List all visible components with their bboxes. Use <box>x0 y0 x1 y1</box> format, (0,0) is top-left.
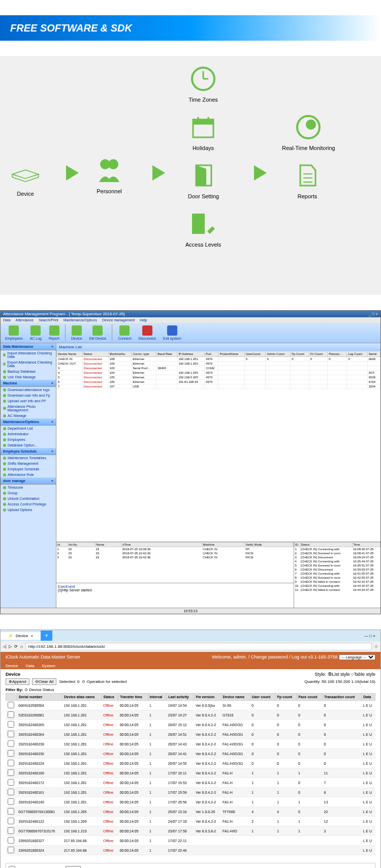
table-row[interactable]: 2[CHECK IN] Succeed in conn16:08:41 07-2… <box>295 551 380 555</box>
menu-item[interactable]: Search/Print <box>39 318 58 322</box>
sidebar-section-header[interactable]: Machine« <box>1 380 56 387</box>
nav-item[interactable]: Device <box>6 664 18 668</box>
table-row[interactable]: 3929182460140192.168.1.201Offline00:00;1… <box>6 797 375 807</box>
sidebar-item[interactable]: Administrator <box>1 431 56 437</box>
quantity-text[interactable]: Quantity :50 100 150 200 1-16(total 16) <box>304 679 375 684</box>
row-checkbox[interactable] <box>8 818 14 824</box>
table-row[interactable]: 3399201800324217.65.194.88Offline00:00;1… <box>6 846 375 855</box>
table-row[interactable]: 7[CHECK IN] Connecting with16:41:55 07-2… <box>295 572 380 576</box>
table-row[interactable]: 223232018-07-25 16:42:32CHECK INFACE <box>57 551 294 555</box>
table-row[interactable]: 4[CHECK IN] Connecting with16:35:44 07-2… <box>295 559 380 563</box>
append-button[interactable]: ⊕Append <box>6 678 29 685</box>
menu-item[interactable]: Help <box>140 318 147 322</box>
table-row[interactable]: 1[CHECK IN] Connecting with16:08:40 07-2… <box>295 547 380 552</box>
table-row[interactable]: 8[CHECK IN] Succeed in conn16:42:03 07-2… <box>295 576 380 580</box>
browser-tab[interactable]: ⚡Device× <box>1 632 41 640</box>
home-icon[interactable]: ⌂ <box>20 644 23 649</box>
toolbar-button[interactable]: Exit system <box>160 324 184 341</box>
toolbar-button[interactable]: Disconnect <box>135 324 159 341</box>
interval-input[interactable] <box>66 866 81 868</box>
table-row[interactable]: 3Disconnected103Serial Port/...38400COM2 <box>57 366 380 371</box>
row-checkbox[interactable] <box>8 721 14 728</box>
window-controls[interactable]: — □ × <box>359 634 380 638</box>
sidebar-item[interactable]: Attendance Photo Management <box>1 404 56 413</box>
menubar[interactable]: DataAttendanceSearch/PrintMaintenance/Op… <box>1 317 380 323</box>
table-row[interactable]: CHECK OUTDisconnected109Ethernet192.168.… <box>57 362 380 366</box>
table-row[interactable]: 5Disconnected105Ethernet192.168.0.205437… <box>57 375 380 380</box>
menu-item[interactable]: Data <box>3 318 11 322</box>
sidebar-item[interactable]: Group <box>1 490 56 496</box>
star-icon[interactable]: ☆ <box>374 644 378 649</box>
table-row[interactable]: 3929182460122192.168.1.209Offline00:00;1… <box>6 817 375 826</box>
menu-item[interactable]: Attendance <box>16 318 34 322</box>
nav-back-icon[interactable]: ◁ <box>3 644 6 649</box>
sidebar-item[interactable]: Department List <box>1 426 56 431</box>
row-checkbox[interactable] <box>8 731 14 737</box>
sidebar-item[interactable]: Export Attendance Checking Data <box>1 360 56 369</box>
row-checkbox[interactable] <box>8 779 14 786</box>
table-row[interactable]: 6[CHECK IN] Disconnect16:39:03 07-25 <box>295 567 380 572</box>
sidebar-section-header[interactable]: Data Maintenance« <box>1 343 56 350</box>
row-checkbox[interactable] <box>8 808 14 815</box>
sidebar-item[interactable]: Shifts Management <box>1 461 56 466</box>
device-status-filter[interactable]: ⊙ Device Status <box>24 687 54 692</box>
table-row[interactable]: 5203182260081192.168.1.201Offline00:00;1… <box>6 710 375 720</box>
sidebar-item[interactable]: Usb Disk Manage <box>1 374 56 380</box>
clearall-button[interactable]: ⊖Clear All <box>32 678 57 685</box>
window-controls[interactable]: _ □ × <box>369 312 378 316</box>
row-checkbox[interactable] <box>8 750 14 757</box>
sidebar-item[interactable]: Maintenance Timetables <box>1 455 56 461</box>
row-checkbox[interactable] <box>8 769 14 776</box>
operation-dropdown[interactable]: ⊙ Operation for selected <box>82 679 126 684</box>
row-checkbox[interactable] <box>8 837 14 844</box>
table-row[interactable]: 9[CHECK IN] failed in connect16:42:10 07… <box>295 580 380 584</box>
toolbar-button[interactable]: Connect <box>115 324 134 341</box>
sidebar-section-header[interactable]: Employee Schedule« <box>1 448 56 455</box>
sidebar-item[interactable]: Upload Options <box>1 507 56 513</box>
close-icon[interactable]: × <box>30 634 33 638</box>
table-row[interactable]: 323232018-07-25 16:42:36CHECK INFACE <box>57 555 294 559</box>
device-table[interactable]: Serial numberDevice alias nameStatusTran… <box>6 693 375 855</box>
table-row[interactable]: 6669182500504192.168.1.201Offline00:00;1… <box>6 701 375 710</box>
toolbar-button[interactable]: Report <box>46 324 62 341</box>
table-row[interactable]: 10[CHECK IN] Connecting with16:44:10 07-… <box>295 584 380 588</box>
url-input[interactable]: http://192.168.1.88:8082/iclock/data/icl… <box>25 643 372 650</box>
machine-grid[interactable]: Device NameStatusMachineNo.Comm. typeBau… <box>56 351 380 542</box>
table-row[interactable]: 3929182460189192.168.1.201Offline00:00;1… <box>6 768 375 778</box>
language-select[interactable]: --- Language --- <box>339 654 375 660</box>
toolbar-button[interactable]: Device <box>68 324 85 341</box>
row-checkbox[interactable] <box>8 740 14 747</box>
nav-item[interactable]: System <box>42 664 55 668</box>
menu-item[interactable]: Device management <box>102 318 135 322</box>
row-checkbox[interactable] <box>8 827 14 834</box>
new-tab-button[interactable]: + <box>41 631 52 641</box>
auto-refresh-control[interactable]: Auto Refresh Interval: (s) <box>6 863 375 868</box>
status-grid[interactable]: IDStatusTime1[CHECK IN] Connecting with1… <box>294 542 380 608</box>
table-row[interactable]: 3929182460224192.168.1.201Offline00:00;1… <box>6 759 375 768</box>
table-row[interactable]: 3[CHECK IN] Disconnect16:09:24 07-25 <box>295 555 380 559</box>
table-row[interactable]: CHECK INDisconnected108Ethernet192.168.1… <box>57 357 380 362</box>
table-row[interactable]: 11[CHECK IN] failed in connect16:44:24 0… <box>295 588 380 592</box>
row-checkbox[interactable] <box>8 847 14 853</box>
auto-refresh-checkbox[interactable] <box>9 866 15 868</box>
site-nav[interactable]: DeviceDataSystem <box>1 663 380 669</box>
sidebar-item[interactable]: Access Control Privilege <box>1 501 56 507</box>
table-row[interactable]: 3929182460236192.168.1.201Offline00:00;1… <box>6 749 375 759</box>
refresh-icon[interactable]: ⟳ <box>14 644 18 649</box>
row-checkbox[interactable] <box>8 702 14 708</box>
toolbar-button[interactable]: Employees <box>2 324 26 341</box>
sidebar-section-header[interactable]: door manage« <box>1 477 56 485</box>
sidebar-item[interactable]: Employee Schedule <box>1 466 56 472</box>
table-row[interactable]: 4Disconnected104Ethernet192.168.1.205437… <box>57 371 380 375</box>
row-checkbox[interactable] <box>8 798 14 805</box>
sidebar-item[interactable]: Backup Database <box>1 369 56 374</box>
table-row[interactable]: 6Disconnected106Ethernet101.81.228.39437… <box>57 380 380 384</box>
table-row[interactable]: 3929182460238192.168.1.201Offline00:00;1… <box>6 739 375 749</box>
log-grid[interactable]: IdAc-NoNamesTimeMachineVerify Mode123232… <box>56 542 294 583</box>
table-row[interactable]: 123232018-07-25 16:08:39CHECK INFP <box>57 547 294 552</box>
sidebar-item[interactable]: Download user info and Fp <box>1 393 56 398</box>
table-row[interactable]: 3929182460265192.168.1.201Offline00:00;1… <box>6 720 375 730</box>
toolbar-button[interactable]: AC Log <box>27 324 45 341</box>
sidebar-item[interactable]: Database Option... <box>1 442 56 448</box>
sidebar-item[interactable]: AC Manage <box>1 413 56 418</box>
